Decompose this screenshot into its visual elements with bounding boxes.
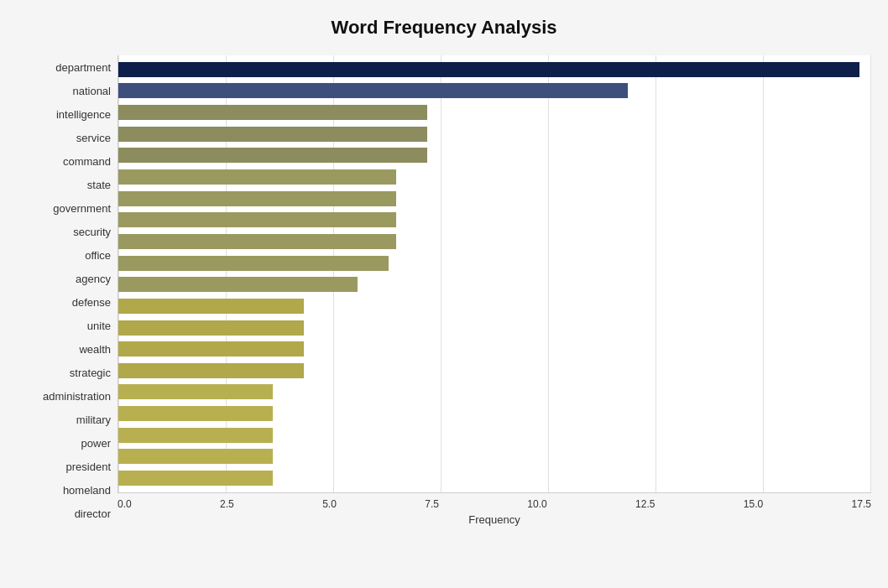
- bar: [118, 363, 304, 378]
- x-tick: 7.5: [425, 498, 439, 510]
- x-axis-label: Frequency: [118, 513, 871, 526]
- bar-row: [118, 276, 871, 293]
- bar-row: [118, 169, 871, 185]
- y-label: director: [17, 508, 111, 519]
- bar: [118, 127, 427, 142]
- y-label: strategic: [17, 367, 111, 378]
- bar-row: [118, 362, 871, 379]
- y-label: national: [17, 86, 111, 96]
- bars-and-x: 0.02.55.07.510.012.515.017.5 Frequency: [118, 55, 871, 526]
- bar-row: [118, 233, 871, 250]
- chart-container: Word Frequency Analysis departmentnation…: [0, 0, 888, 588]
- bar: [118, 449, 273, 464]
- y-label: department: [17, 62, 111, 73]
- bar: [118, 83, 628, 98]
- x-tick: 12.5: [635, 498, 655, 510]
- bar-row: [118, 320, 871, 336]
- bar-row: [118, 82, 871, 99]
- y-label: intelligence: [17, 109, 111, 120]
- bar: [118, 299, 304, 314]
- bar-row: [118, 255, 871, 272]
- bar: [118, 191, 396, 206]
- bar-row: [118, 341, 871, 357]
- y-label: command: [17, 156, 111, 167]
- bar: [118, 471, 273, 486]
- bar: [118, 428, 273, 443]
- y-label: state: [17, 180, 111, 190]
- bars-area: [118, 55, 871, 493]
- bar: [118, 62, 859, 77]
- bar: [118, 256, 389, 271]
- bar-row: [118, 61, 871, 78]
- bar-row: [118, 405, 871, 422]
- x-tick: 0.0: [118, 498, 132, 510]
- y-label: president: [17, 461, 111, 472]
- y-label: service: [17, 133, 111, 143]
- bar-row: [118, 190, 871, 207]
- x-tick: 5.0: [322, 498, 337, 510]
- x-tick: 10.0: [527, 498, 546, 510]
- y-label: power: [17, 438, 111, 449]
- bar-row: [118, 211, 871, 228]
- bar: [118, 148, 427, 163]
- x-tick: 15.0: [744, 498, 763, 510]
- bar: [118, 341, 304, 356]
- bar-row: [118, 104, 871, 121]
- bar: [118, 320, 304, 336]
- bar: [118, 384, 273, 399]
- bars-inner: [118, 55, 871, 492]
- y-label: wealth: [17, 344, 111, 355]
- bar-row: [118, 448, 871, 465]
- y-label: administration: [17, 391, 111, 402]
- chart-title: Word Frequency Analysis: [17, 17, 871, 39]
- x-axis: 0.02.55.07.510.012.515.017.5: [118, 493, 871, 510]
- y-label: office: [17, 250, 111, 261]
- bar: [118, 105, 427, 120]
- y-label: agency: [17, 273, 111, 284]
- y-label: security: [17, 226, 111, 237]
- y-label: defense: [17, 297, 111, 308]
- bar: [118, 406, 273, 421]
- chart-area: departmentnationalintelligenceservicecom…: [17, 55, 871, 526]
- y-label: military: [17, 414, 111, 425]
- x-tick: 2.5: [220, 498, 234, 510]
- bar-row: [118, 383, 871, 400]
- bar: [118, 212, 396, 227]
- y-label: government: [17, 203, 111, 214]
- y-label: homeland: [17, 485, 111, 496]
- bar-row: [118, 470, 871, 487]
- bar: [118, 169, 396, 185]
- y-labels: departmentnationalintelligenceservicecom…: [17, 55, 118, 526]
- x-tick: 17.5: [852, 498, 871, 510]
- bar-row: [118, 126, 871, 143]
- bar: [118, 234, 396, 249]
- bar-row: [118, 427, 871, 444]
- bar-row: [118, 147, 871, 164]
- y-label: unite: [17, 320, 111, 331]
- bar: [118, 277, 358, 292]
- bar-row: [118, 298, 871, 315]
